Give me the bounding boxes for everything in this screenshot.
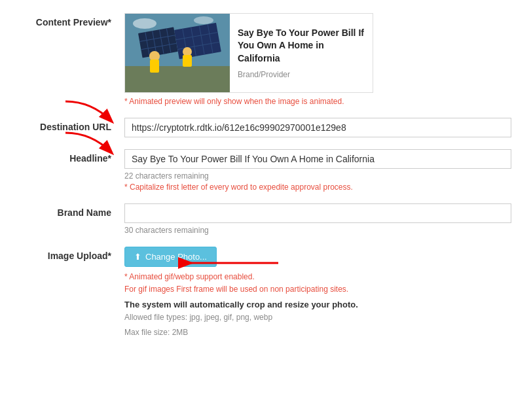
headline-char-remaining: 22 characters remaining xyxy=(124,171,511,181)
headline-capitalize-note: * Capitalize first letter of every word … xyxy=(124,183,511,192)
brand-name-input[interactable] xyxy=(124,203,511,223)
image-upload-label: Image Upload* xyxy=(20,247,124,261)
content-preview-row: Content Preview* xyxy=(20,13,511,106)
upload-icon: ⬆ xyxy=(134,252,141,262)
headline-content: 22 characters remaining * Capitalize fir… xyxy=(124,149,511,192)
preview-title: Say Bye To Your Power Bill If You Own A … xyxy=(238,27,365,65)
brand-name-label: Brand Name xyxy=(20,203,124,218)
svg-rect-17 xyxy=(150,60,159,73)
svg-rect-1 xyxy=(125,66,230,92)
svg-rect-19 xyxy=(183,55,192,67)
svg-point-20 xyxy=(133,18,156,29)
brand-name-row: Brand Name 30 characters remaining xyxy=(20,203,511,235)
upload-animated-note: * Animated gif/webp support enabled. For… xyxy=(124,271,511,296)
animated-gif-note2: For gif images First frame will be used … xyxy=(124,285,348,294)
brand-char-remaining: 30 characters remaining xyxy=(124,226,511,235)
destination-url-row: Destination URL xyxy=(20,118,511,137)
content-preview-label: Content Preview* xyxy=(20,13,124,27)
preview-text-area: Say Bye To Your Power Bill If You Own A … xyxy=(230,14,373,92)
image-upload-row: Image Upload* ⬆ Change Photo... * Animat… xyxy=(20,247,511,339)
headline-label: Headline* xyxy=(20,149,124,164)
content-preview-content: Say Bye To Your Power Bill If You Own A … xyxy=(124,13,511,106)
headline-input[interactable] xyxy=(124,149,511,169)
destination-url-content[interactable] xyxy=(124,118,511,137)
animated-gif-note1: * Animated gif/webp support enabled. xyxy=(124,272,255,281)
preview-brand: Brand/Provider xyxy=(238,70,365,79)
preview-card: Say Bye To Your Power Bill If You Own A … xyxy=(124,13,373,93)
preview-image xyxy=(125,14,230,92)
svg-point-21 xyxy=(194,16,213,24)
allowed-types: Allowed file types: jpg, jpeg, gif, png,… xyxy=(124,311,511,324)
change-photo-button[interactable]: ⬆ Change Photo... xyxy=(124,247,217,267)
headline-row: Headline* 22 characters remaining * Capi… xyxy=(20,149,511,192)
destination-url-label: Destination URL xyxy=(20,118,124,132)
image-upload-content: ⬆ Change Photo... * Animated gif/webp su… xyxy=(124,247,511,339)
brand-name-content: 30 characters remaining xyxy=(124,203,511,235)
animated-preview-note: * Animated preview will only show when t… xyxy=(124,97,511,106)
max-file-size: Max file size: 2MB xyxy=(124,326,511,339)
svg-point-18 xyxy=(183,47,192,56)
crop-note: The system will automatically crop and r… xyxy=(124,300,511,309)
change-photo-label: Change Photo... xyxy=(145,252,207,262)
destination-url-input[interactable] xyxy=(124,118,511,137)
